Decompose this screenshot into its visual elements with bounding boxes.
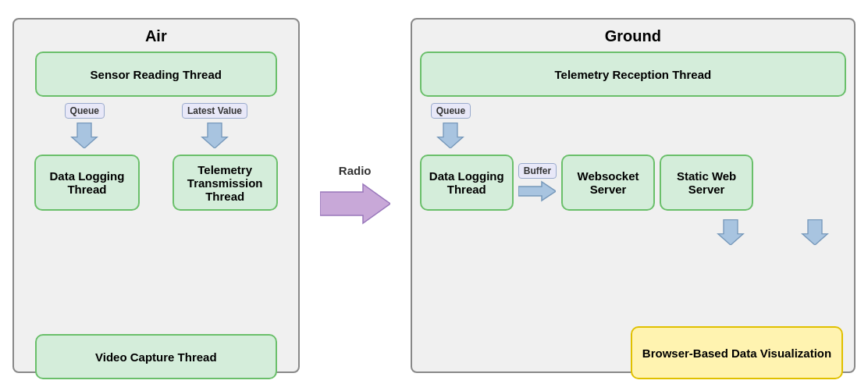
queue-arrow-ground: Queue (431, 103, 471, 148)
air-spacer (22, 217, 290, 328)
ground-spacer (420, 251, 846, 320)
browser-based-data-visualization-box: Browser-Based Data Visualization (631, 326, 843, 379)
down-arrow-queue (70, 120, 98, 148)
ground-row1: Telemetry Reception Thread (420, 52, 846, 97)
ground-panel: Ground Telemetry Reception Thread Queue … (411, 18, 856, 373)
air-panel: Air Sensor Reading Thread Queue Latest V… (12, 18, 300, 373)
sensor-reading-thread-box: Sensor Reading Thread (35, 52, 277, 97)
video-capture-thread-box: Video Capture Thread (35, 334, 277, 379)
telemetry-reception-thread-box: Telemetry Reception Thread (420, 52, 846, 97)
data-logging-thread-box-air: Data Logging Thread (34, 155, 140, 211)
latest-value-arrow: Latest Value (182, 103, 247, 148)
down-arrow-websocket (717, 217, 745, 245)
air-inner: Sensor Reading Thread Queue Latest Value (22, 52, 290, 379)
buffer-arrow: Buffer (518, 163, 557, 202)
svg-marker-4 (518, 182, 556, 201)
ground-panel-title: Ground (420, 27, 846, 45)
air-row3: Data Logging Thread Telemetry Transmissi… (22, 155, 290, 211)
air-arrows-row: Queue Latest Value (22, 103, 290, 148)
radio-arrow-area: Radio (314, 164, 397, 227)
queue-arrow-left: Queue (65, 103, 105, 148)
queue-label-left: Queue (65, 103, 105, 119)
telemetry-transmission-thread-box: Telemetry Transmission Thread (173, 155, 278, 211)
ground-row3 (420, 217, 846, 245)
radio-right-arrow (320, 180, 390, 227)
diagram-container: Air Sensor Reading Thread Queue Latest V… (12, 10, 856, 381)
svg-marker-0 (72, 123, 97, 148)
svg-marker-6 (802, 220, 827, 245)
radio-label: Radio (339, 164, 372, 177)
svg-marker-1 (202, 123, 227, 148)
air-panel-title: Air (22, 27, 290, 45)
buffer-label: Buffer (518, 163, 557, 179)
down-arrow-latest (201, 120, 229, 148)
svg-marker-5 (718, 220, 743, 245)
data-logging-thread-box-ground: Data Logging Thread (420, 155, 514, 211)
websocket-server-box: Websocket Server (561, 155, 655, 211)
down-arrow-static (801, 217, 829, 245)
queue-label-ground: Queue (431, 103, 471, 119)
latest-value-label: Latest Value (182, 103, 247, 119)
svg-marker-2 (320, 184, 390, 223)
ground-inner: Telemetry Reception Thread Queue Data Lo… (420, 52, 846, 379)
air-row4: Video Capture Thread (22, 334, 290, 379)
down-arrow-queue-ground (436, 120, 464, 148)
air-row1: Sensor Reading Thread (22, 52, 290, 97)
ground-row2: Data Logging Thread Buffer Websocket Ser… (420, 155, 846, 211)
static-web-server-box: Static Web Server (660, 155, 753, 211)
svg-marker-3 (438, 123, 463, 148)
ground-row5: Browser-Based Data Visualization (420, 326, 846, 379)
right-arrow-buffer (518, 180, 556, 202)
ground-queue-arrow-row: Queue (431, 103, 846, 148)
